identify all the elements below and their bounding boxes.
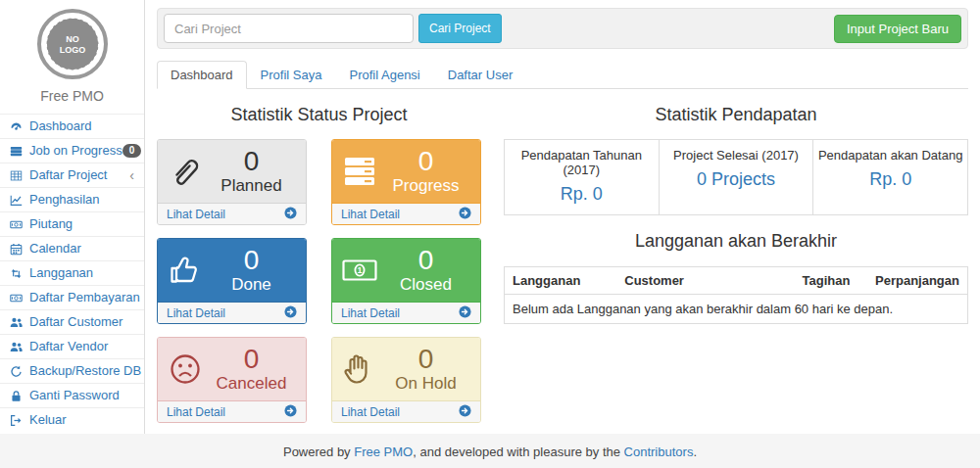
money-icon xyxy=(10,217,24,231)
status-card-body: 0Canceled xyxy=(158,338,306,400)
status-card-text: 0Canceled xyxy=(207,345,296,394)
thumbs-up-icon xyxy=(168,253,207,288)
tab-daftar-user[interactable]: Daftar User xyxy=(434,61,526,89)
arrow-circle-right-icon xyxy=(459,404,471,420)
sidebar-item-backup-restore-db[interactable]: Backup/Restore DB xyxy=(0,358,144,383)
status-section-title: Statistik Status Project xyxy=(157,105,481,125)
sidebar-item-daftar-customer[interactable]: Daftar Customer xyxy=(0,309,144,334)
status-label: Canceled xyxy=(207,374,296,394)
detail-link-canceled[interactable]: Lihat Detail xyxy=(158,400,306,422)
lock-icon xyxy=(10,389,24,402)
arrow-circle-right-icon xyxy=(459,305,471,321)
tab-profil-agensi[interactable]: Profil Agensi xyxy=(335,61,433,89)
search-button[interactable]: Cari Project xyxy=(418,14,502,43)
logo-line2: LOGO xyxy=(59,45,85,55)
status-card-text: 0Done xyxy=(207,246,296,295)
page: NO LOGO Free PMO DashboardJob on Progres… xyxy=(0,0,980,434)
status-card-text: 0On Hold xyxy=(381,345,470,394)
table-icon xyxy=(10,168,24,182)
income-stat-cell: Project Selesai (2017)0 Projects xyxy=(659,140,813,215)
sidebar-item-label: Backup/Restore DB xyxy=(29,363,141,379)
paperclip-icon xyxy=(168,154,207,189)
footer-text: . xyxy=(693,445,697,459)
status-card-body: 0Done xyxy=(158,239,306,302)
status-card-done: 0DoneLihat Detail xyxy=(157,238,307,324)
detail-link-label: Lihat Detail xyxy=(167,208,225,221)
sidebar-item-label: Piutang xyxy=(29,216,73,232)
status-card-progress: 0ProgressLihat Detail xyxy=(331,139,481,225)
detail-link-label: Lihat Detail xyxy=(341,405,400,419)
income-stat-value: 0 Projects xyxy=(663,169,809,190)
arrow-circle-right-icon xyxy=(284,207,297,222)
detail-link-on-hold[interactable]: Lihat Detail xyxy=(332,400,480,422)
search-input[interactable] xyxy=(164,14,414,43)
income-stat-label: Project Selesai (2017) xyxy=(663,148,809,163)
main-content: Cari Project Input Project Baru Dashboar… xyxy=(145,0,980,434)
income-stat-value: Rp. 0 xyxy=(817,169,963,190)
tab-dashboard[interactable]: Dashboard xyxy=(157,61,247,89)
status-label: Closed xyxy=(381,275,470,295)
new-project-button[interactable]: Input Project Baru xyxy=(834,15,961,43)
sidebar-item-job-on-progress[interactable]: Job on Progress0 xyxy=(0,138,144,163)
status-label: Planned xyxy=(207,176,296,196)
detail-link-progress[interactable]: Lihat Detail xyxy=(332,203,480,224)
status-count: 0 xyxy=(381,246,470,274)
status-card-canceled: 0CanceledLihat Detail xyxy=(157,337,307,423)
refresh-icon xyxy=(10,364,24,378)
page-footer: Powered by Free PMO, and developed with … xyxy=(0,434,980,468)
status-count: 0 xyxy=(207,345,296,373)
sidebar-item-langganan[interactable]: Langganan xyxy=(0,260,144,285)
retweet-icon xyxy=(10,266,24,280)
frown-icon xyxy=(168,351,207,387)
detail-link-label: Lihat Detail xyxy=(167,405,225,419)
sidebar-item-label: Daftar Project xyxy=(29,167,107,183)
sidebar-item-daftar-pembayaran[interactable]: Daftar Pembayaran xyxy=(0,285,144,309)
status-count: 0 xyxy=(381,147,470,175)
free-pmo-link[interactable]: Free PMO xyxy=(354,445,413,459)
tab-profil-saya[interactable]: Profil Saya xyxy=(247,61,336,89)
status-section: Statistik Status Project 0PlannedLihat D… xyxy=(157,97,481,423)
hand-paper-icon xyxy=(342,351,381,387)
status-card-body: 0Progress xyxy=(332,140,480,203)
sidebar-item-keluar[interactable]: Keluar xyxy=(0,407,144,432)
detail-link-closed[interactable]: Lihat Detail xyxy=(332,302,480,323)
sidebar-item-label: Langganan xyxy=(29,265,93,281)
sidebar-item-label: Daftar Customer xyxy=(29,314,122,330)
status-card-closed: 10ClosedLihat Detail xyxy=(331,238,481,324)
sidebar-item-label: Job on Progress xyxy=(29,143,122,159)
column-header-perpanjangan: Perpanjangan xyxy=(867,267,967,295)
detail-link-done[interactable]: Lihat Detail xyxy=(158,302,306,323)
tasks-icon xyxy=(10,144,24,158)
chevron-left-icon: ‹ xyxy=(129,168,134,182)
status-card-text: 0Closed xyxy=(381,246,470,295)
svg-text:1: 1 xyxy=(357,265,362,275)
sidebar-item-label: Daftar Vendor xyxy=(29,339,108,354)
sidebar-item-piutang[interactable]: Piutang xyxy=(0,211,144,236)
arrow-circle-right-icon xyxy=(459,207,471,222)
sidebar-item-ganti-password[interactable]: Ganti Password xyxy=(0,383,144,407)
server-icon xyxy=(342,154,381,189)
income-stat-cell: Pendapatan akan DatangRp. 0 xyxy=(813,140,968,215)
status-count: 0 xyxy=(381,345,470,373)
status-label: On Hold xyxy=(381,374,470,394)
status-count: 0 xyxy=(207,246,296,274)
status-card-body: 0On Hold xyxy=(332,338,480,400)
sidebar-item-dashboard[interactable]: Dashboard xyxy=(0,114,144,138)
sidebar-item-daftar-project[interactable]: Daftar Project‹ xyxy=(0,163,144,187)
sidebar-item-calendar[interactable]: Calendar xyxy=(0,236,144,260)
logo: NO LOGO xyxy=(0,0,144,84)
sidebar-item-daftar-vendor[interactable]: Daftar Vendor xyxy=(0,334,144,358)
subscription-section-title: Langganan akan Berakhir xyxy=(504,231,968,252)
detail-link-label: Lihat Detail xyxy=(341,208,400,221)
status-label: Progress xyxy=(381,176,470,196)
right-section: Statistik Pendapatan Pendapatan Tahunan … xyxy=(504,97,968,423)
count-badge: 0 xyxy=(122,144,142,158)
status-card-body: 10Closed xyxy=(332,239,480,302)
arrow-circle-right-icon xyxy=(284,404,297,420)
detail-link-planned[interactable]: Lihat Detail xyxy=(158,203,306,224)
money-icon xyxy=(10,291,24,304)
money-bill-icon: 1 xyxy=(342,253,381,288)
sidebar-item-penghasilan[interactable]: Penghasilan xyxy=(0,187,144,211)
income-stat-label: Pendapatan Tahunan (2017) xyxy=(509,148,655,177)
contributors-link[interactable]: Contributors xyxy=(624,445,694,459)
